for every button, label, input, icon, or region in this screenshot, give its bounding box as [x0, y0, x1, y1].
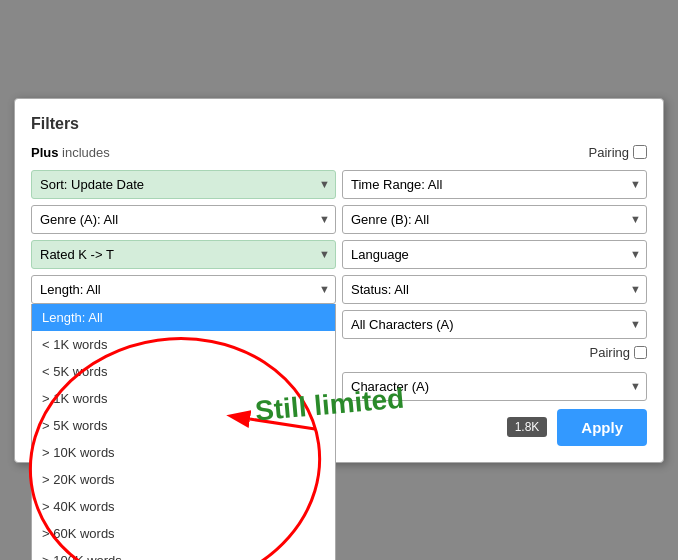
apply-button[interactable]: Apply	[557, 409, 647, 446]
allcharsa-select[interactable]: All Characters (A)	[342, 310, 647, 339]
genrea-select-wrapper: Genre (A): All ▼	[31, 205, 336, 234]
timerange-select[interactable]: Time Range: All	[342, 170, 647, 199]
dropdown-item-gt20k[interactable]: > 20K words	[32, 466, 335, 493]
filter-row-3: Rated K -> T ▼ Language ▼	[31, 240, 647, 269]
plus-row: Plus includes Pairing	[31, 145, 647, 160]
status-select-wrapper: Status: All ▼	[342, 275, 647, 304]
length-select[interactable]: Length: All	[31, 275, 336, 304]
filter-row-1: Sort: Update Date ▼ Time Range: All ▼	[31, 170, 647, 199]
status-select[interactable]: Status: All	[342, 275, 647, 304]
dropdown-item-lt1k[interactable]: < 1K words	[32, 331, 335, 358]
genreb-select[interactable]: Genre (B): All	[342, 205, 647, 234]
allcharsa-select-wrapper: All Characters (A) ▼	[342, 310, 647, 339]
dropdown-item-gt40k[interactable]: > 40K words	[32, 493, 335, 520]
length-select-wrapper: Length: All ▼	[31, 275, 336, 304]
pairing-checkbox[interactable]	[633, 145, 647, 159]
genrea-select[interactable]: Genre (A): All	[31, 205, 336, 234]
filter-row-4: Length: All ▼ Length: All < 1K words < 5…	[31, 275, 647, 401]
filter-row-2: Genre (A): All ▼ Genre (B): All ▼	[31, 205, 647, 234]
dropdown-item-gt10k[interactable]: > 10K words	[32, 439, 335, 466]
chara-select-wrapper: Character (A) ▼	[342, 372, 647, 401]
count-badge: 1.8K	[507, 417, 548, 437]
language-select-wrapper: Language ▼	[342, 240, 647, 269]
chara-select[interactable]: Character (A)	[342, 372, 647, 401]
includes-text: includes	[62, 145, 110, 160]
plus-label: Plus includes	[31, 145, 110, 160]
dropdown-item-gt100k[interactable]: > 100K words	[32, 547, 335, 561]
length-container: Length: All ▼ Length: All < 1K words < 5…	[31, 275, 336, 304]
dialog-title: Filters	[31, 115, 647, 133]
rated-select[interactable]: Rated K -> T	[31, 240, 336, 269]
dropdown-item-gt1k[interactable]: > 1K words	[32, 385, 335, 412]
pairing2-checkbox[interactable]	[634, 346, 647, 359]
plus-text: Plus	[31, 145, 58, 160]
dropdown-item-gt5k[interactable]: > 5K words	[32, 412, 335, 439]
filters-dialog: Filters Plus includes Pairing Sort: Upda…	[14, 98, 664, 463]
pairing-row2: Pairing	[342, 345, 647, 360]
dropdown-item-lt5k[interactable]: < 5K words	[32, 358, 335, 385]
pairing-text: Pairing	[589, 145, 629, 160]
length-dropdown-list: Length: All < 1K words < 5K words > 1K w…	[31, 304, 336, 561]
sort-select-wrapper: Sort: Update Date ▼	[31, 170, 336, 199]
rated-select-wrapper: Rated K -> T ▼	[31, 240, 336, 269]
dropdown-item-length-all[interactable]: Length: All	[32, 304, 335, 331]
timerange-select-wrapper: Time Range: All ▼	[342, 170, 647, 199]
dropdown-item-gt60k[interactable]: > 60K words	[32, 520, 335, 547]
right-column: Status: All ▼ All Characters (A) ▼ Pairi…	[342, 275, 647, 401]
pairing-label[interactable]: Pairing	[589, 145, 647, 160]
genreb-select-wrapper: Genre (B): All ▼	[342, 205, 647, 234]
pairing2-text: Pairing	[590, 345, 630, 360]
language-select[interactable]: Language	[342, 240, 647, 269]
sort-select[interactable]: Sort: Update Date	[31, 170, 336, 199]
